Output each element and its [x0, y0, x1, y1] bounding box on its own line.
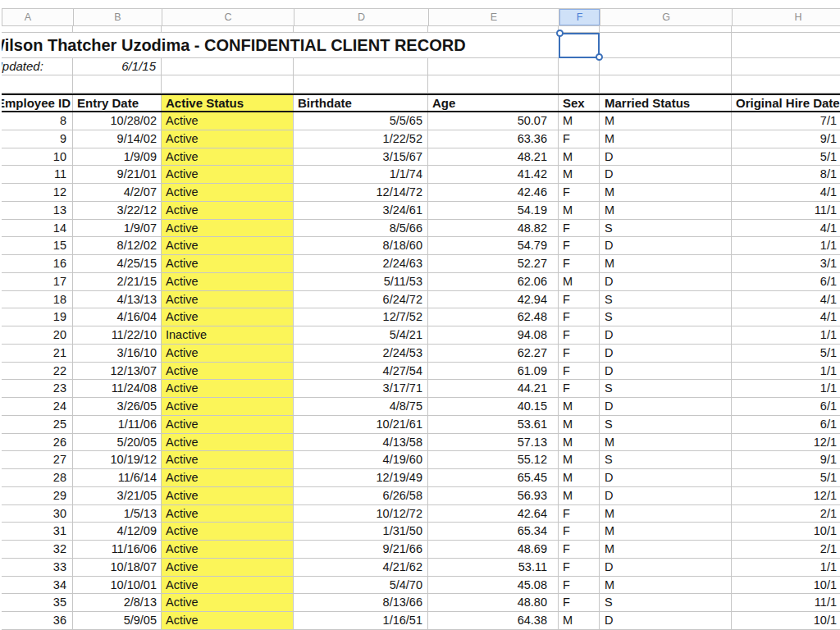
cell-A-id28[interactable]: 28 [2, 469, 73, 486]
cell-E-id21[interactable]: 62.27 [428, 345, 559, 362]
cell-A-id34[interactable]: 34 [2, 577, 73, 594]
cell-G-id21[interactable]: D [600, 345, 732, 362]
cell-G-id13[interactable]: M [600, 202, 732, 219]
cell[interactable] [732, 58, 840, 75]
cell-H-id9[interactable]: 9/1 [732, 130, 840, 148]
cell-H-id28[interactable]: 5/1 [732, 469, 840, 486]
cell-H-id8[interactable]: 7/1 [732, 112, 840, 130]
cell-C-id9[interactable]: Active [162, 130, 294, 148]
cell-D-id17[interactable]: 5/11/53 [294, 273, 428, 290]
cell-B-id9[interactable]: 9/14/02 [73, 130, 162, 148]
cell-D-id19[interactable]: 12/7/52 [294, 308, 428, 326]
cell-B-id16[interactable]: 4/25/15 [73, 255, 162, 272]
cell[interactable] [732, 75, 840, 93]
cell-F-id16[interactable]: F [559, 255, 600, 272]
cell-G-id26[interactable]: M [600, 434, 732, 451]
cell-D-id11[interactable]: 1/1/74 [294, 166, 428, 183]
cell-D-id30[interactable]: 10/12/72 [294, 505, 428, 523]
cell-F-id20[interactable]: F [559, 326, 600, 344]
cell-A-id30[interactable]: 30 [2, 505, 73, 523]
cell-C-id33[interactable]: Active [162, 559, 294, 576]
cell-D-id31[interactable]: 1/31/50 [294, 523, 428, 540]
column-header-B[interactable]: B [74, 9, 162, 25]
cell-F-id23[interactable]: F [559, 380, 600, 397]
cell-F-id12[interactable]: F [559, 184, 600, 201]
cell-H-id19[interactable]: 4/1 [732, 308, 840, 326]
cell-F-id26[interactable]: M [559, 434, 600, 451]
column-header-D[interactable]: D [294, 9, 429, 25]
cell-B-id33[interactable]: 10/18/07 [73, 559, 162, 576]
cell-B-id13[interactable]: 3/22/12 [73, 202, 162, 219]
cell-C-id18[interactable]: Active [162, 291, 294, 308]
cell-G-id35[interactable]: S [600, 594, 732, 611]
cell-B-id15[interactable]: 8/12/02 [73, 237, 162, 254]
cell-F-id31[interactable]: F [559, 523, 600, 540]
cell-C-id12[interactable]: Active [162, 184, 294, 201]
cell-A-id29[interactable]: 29 [2, 487, 73, 504]
cell[interactable] [428, 75, 559, 93]
cell-G-id17[interactable]: D [600, 273, 732, 290]
cell[interactable] [73, 75, 162, 93]
cell-C-id19[interactable]: Active [162, 308, 294, 326]
cell-A-id9[interactable]: 9 [2, 130, 73, 148]
cell-C-id22[interactable]: Active [162, 363, 294, 380]
column-title-4[interactable]: Age [428, 95, 559, 111]
cell-G-id31[interactable]: M [600, 523, 732, 540]
cell-C-id28[interactable]: Active [162, 469, 294, 486]
cell-B-id12[interactable]: 4/2/07 [73, 184, 162, 201]
cell-E-id11[interactable]: 41.42 [428, 166, 559, 183]
cell-F-id22[interactable]: F [559, 363, 600, 380]
cell-B-id10[interactable]: 1/9/09 [73, 148, 162, 166]
cell-E-id32[interactable]: 48.69 [428, 541, 559, 558]
cell-F-id35[interactable]: F [559, 594, 600, 611]
cell-B-id28[interactable]: 11/6/14 [73, 469, 162, 486]
cell-D-id26[interactable]: 4/13/58 [294, 434, 428, 451]
cell-A-id33[interactable]: 33 [2, 559, 73, 576]
cell-H-id20[interactable]: 1/1 [732, 326, 840, 344]
cell-G-id15[interactable]: D [600, 237, 732, 254]
column-header-G[interactable]: G [600, 9, 733, 25]
column-header-C[interactable]: C [162, 9, 294, 25]
cell[interactable] [2, 75, 73, 93]
cell-E-id10[interactable]: 48.21 [428, 148, 559, 166]
cell-D-id20[interactable]: 5/4/21 [294, 326, 428, 344]
cell-A-id32[interactable]: 32 [2, 541, 73, 558]
cell-G-id20[interactable]: D [600, 326, 732, 344]
cell-E-id16[interactable]: 52.27 [428, 255, 559, 272]
cell-B-id30[interactable]: 1/5/13 [73, 505, 162, 523]
cell-B-id14[interactable]: 1/9/07 [73, 220, 162, 237]
cell[interactable] [162, 75, 294, 93]
cell-C-id17[interactable]: Active [162, 273, 294, 290]
cell-C-id32[interactable]: Active [162, 541, 294, 558]
cell[interactable] [2, 26, 73, 32]
cell-F-id14[interactable]: F [559, 220, 600, 237]
cell-H-id21[interactable]: 5/1 [732, 345, 840, 362]
cell-A-id23[interactable]: 23 [2, 380, 73, 397]
cell-G-id25[interactable]: S [600, 416, 732, 433]
cell-B-id36[interactable]: 5/9/05 [73, 612, 162, 629]
cell[interactable] [294, 75, 428, 93]
cell-A-id21[interactable]: 21 [2, 345, 73, 362]
cell-F-id28[interactable]: M [559, 469, 600, 486]
cell-D-id22[interactable]: 4/27/54 [294, 363, 428, 380]
cell-D-id27[interactable]: 4/19/60 [294, 451, 428, 468]
cell-A-id18[interactable]: 18 [2, 291, 73, 308]
cell-G-id30[interactable]: M [600, 505, 732, 523]
cell-G-id18[interactable]: S [600, 291, 732, 308]
cell-E-id29[interactable]: 56.93 [428, 487, 559, 504]
cell-C-id20[interactable]: Inactive [162, 326, 294, 344]
cell-D-id25[interactable]: 10/21/61 [294, 416, 428, 433]
cell-D-id32[interactable]: 9/21/66 [294, 541, 428, 558]
cell-G-id12[interactable]: M [600, 184, 732, 201]
cell-D-id9[interactable]: 1/22/52 [294, 130, 428, 148]
column-title-0[interactable]: Employee ID [2, 95, 73, 111]
cell-E-id30[interactable]: 42.64 [428, 505, 559, 523]
cell-D-id33[interactable]: 4/21/62 [294, 559, 428, 576]
cell-H-id29[interactable]: 12/1 [732, 487, 840, 504]
cell-F-id27[interactable]: M [559, 451, 600, 468]
cell[interactable] [600, 26, 732, 32]
cell-F-id29[interactable]: M [559, 487, 600, 504]
cell-H-id30[interactable]: 2/1 [732, 505, 840, 523]
cell-B-id31[interactable]: 4/12/09 [73, 523, 162, 540]
column-title-5[interactable]: Sex [559, 95, 600, 111]
